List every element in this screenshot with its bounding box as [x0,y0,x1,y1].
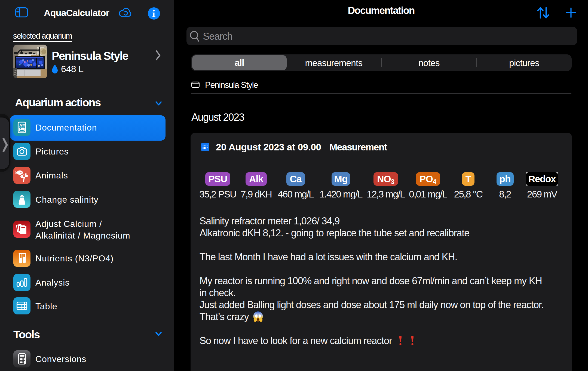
svg-text:A: A [19,123,22,128]
